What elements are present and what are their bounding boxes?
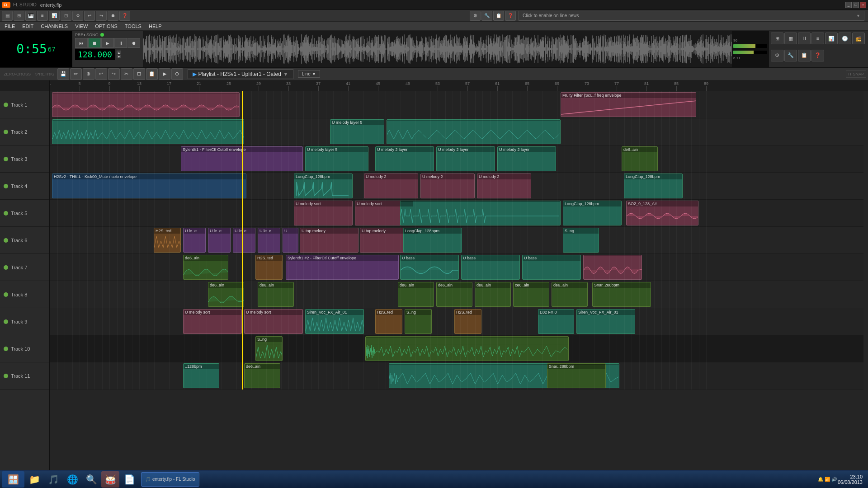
- clip-t1-fruity-filter[interactable]: Fruity Filter (Scr...f freq envelope: [561, 92, 696, 117]
- snap-ctrl[interactable]: ⊙: [171, 68, 183, 80]
- plugin-panel-btn[interactable]: 📊: [825, 33, 838, 44]
- plugin-picker[interactable]: 📊: [49, 11, 60, 21]
- line-mode-selector[interactable]: Line ▼: [298, 70, 321, 78]
- step-seq-button[interactable]: ⊞: [14, 11, 24, 21]
- automation-button[interactable]: ⚙: [72, 11, 83, 21]
- track-1-mute[interactable]: [4, 103, 8, 107]
- edit-ctrl[interactable]: ✏: [70, 68, 82, 80]
- clip-t6-sng[interactable]: S..ng: [563, 228, 599, 253]
- track-10-mute[interactable]: [4, 347, 8, 351]
- track-11-mute[interactable]: [4, 374, 8, 378]
- clip-t11-snar[interactable]: Snar..288bpm: [547, 363, 606, 388]
- save-ctrl[interactable]: 💾: [57, 68, 69, 80]
- clip-t9-h2sted1[interactable]: H2S..ted: [375, 309, 402, 334]
- clip-t3-melody5[interactable]: U melody layer 5: [305, 146, 368, 171]
- clip-t3-de6[interactable]: de6..ain: [622, 146, 658, 171]
- taskbar-file[interactable]: 📄: [120, 471, 138, 488]
- transport-play[interactable]: ▶: [101, 38, 114, 48]
- clip-t4-longclap1[interactable]: LongClap_128bpm: [294, 174, 353, 198]
- clip-t4-m2-1[interactable]: U melody 2: [364, 174, 418, 198]
- menu-channels[interactable]: CHANNELS: [37, 23, 71, 30]
- transport-record[interactable]: ⏺: [127, 38, 140, 48]
- redo-ctrl[interactable]: ↪: [108, 68, 120, 80]
- history-button[interactable]: ↩: [84, 11, 95, 21]
- clip-t8-de6-6[interactable]: de6..ain: [552, 282, 588, 307]
- clip-t5-longclap[interactable]: LongClap_128bpm: [563, 201, 622, 225]
- taskbar-search[interactable]: 🔍: [82, 471, 100, 488]
- clip-t6-ule5[interactable]: U: [283, 228, 298, 253]
- browser-panel-btn[interactable]: ≡: [811, 33, 824, 44]
- clip-t9-sng[interactable]: S..ng: [405, 309, 432, 334]
- track-8-mute[interactable]: [4, 292, 8, 297]
- playlist-dropdown-icon[interactable]: ▼: [283, 71, 288, 77]
- question-panel-btn[interactable]: ❓: [811, 50, 824, 61]
- question-icon[interactable]: ❓: [505, 11, 516, 21]
- clip-t8-de6-2[interactable]: de6..ain: [258, 282, 294, 307]
- clipboard-icon[interactable]: 📋: [493, 11, 504, 21]
- record-button[interactable]: ⏺: [108, 11, 118, 21]
- clip-t1-1[interactable]: [52, 92, 240, 117]
- clip-t3-m2l-2[interactable]: U melody 2 layer: [436, 146, 495, 171]
- clip-t8-ce6[interactable]: ce6..ain: [513, 282, 549, 307]
- clip-t4-longclap2[interactable]: LongClap_128bpm: [624, 174, 683, 198]
- paste-ctrl[interactable]: 📋: [146, 68, 158, 80]
- timeline-ruler[interactable]: 1591317212529333741454953576165697377818…: [50, 80, 868, 91]
- clip-t2-3[interactable]: [387, 119, 561, 144]
- menu-options[interactable]: OPTIONS: [91, 23, 121, 30]
- clip-t6-ule1[interactable]: U le..e: [183, 228, 206, 253]
- clip-t7-ubass1[interactable]: U bass: [400, 255, 459, 280]
- step-seq-panel-btn[interactable]: ▦: [784, 33, 797, 44]
- track-9-mute[interactable]: [4, 319, 8, 324]
- clip-t11-de6[interactable]: de6..ain: [244, 363, 280, 388]
- menu-help[interactable]: HELP: [145, 23, 165, 30]
- clip-t9-h2sted2[interactable]: H2S..ted: [454, 309, 481, 334]
- clip-t7-ubass3[interactable]: U bass: [522, 255, 581, 280]
- clip-t9-ms1[interactable]: U melody sort: [183, 309, 242, 334]
- clip-t8-de6-4[interactable]: de6..ain: [436, 282, 472, 307]
- clip-t2-melody5[interactable]: U melody layer 5: [330, 119, 384, 144]
- clip-t7-de6[interactable]: de6..ain: [183, 255, 228, 280]
- clip-t2-1[interactable]: [52, 119, 244, 144]
- clip-t5-pattern[interactable]: [400, 201, 561, 225]
- clip-t7-extra[interactable]: [583, 255, 642, 280]
- taskbar-explorer[interactable]: 📁: [25, 471, 43, 488]
- piano-roll-button[interactable]: 🎹: [25, 11, 36, 21]
- taskbar-browser[interactable]: 🌐: [63, 471, 81, 488]
- copy-ctrl[interactable]: ⊡: [133, 68, 145, 80]
- menu-tools[interactable]: TOOLS: [121, 23, 145, 30]
- clip-t6-ule4[interactable]: U le..e: [258, 228, 280, 253]
- clip-t10-big[interactable]: [365, 336, 569, 361]
- news-ticker[interactable]: Click to enable on-line news ▼: [519, 11, 864, 21]
- clip-t7-h2sted[interactable]: H2S..ted: [255, 255, 283, 280]
- cpu-panel-btn[interactable]: ⚙: [771, 50, 783, 61]
- settings-panel-btn[interactable]: 🔧: [784, 50, 797, 61]
- clip-t9-siren[interactable]: Siren_Voc_FX_Air_01: [305, 309, 364, 334]
- clip-t4-m2-2[interactable]: U melody 2: [420, 174, 475, 198]
- clip-t9-e02[interactable]: E02 FX 0: [538, 309, 574, 334]
- cut-ctrl[interactable]: ✂: [121, 68, 132, 80]
- menu-view[interactable]: VIEW: [71, 23, 91, 30]
- track-2-mute[interactable]: [4, 130, 8, 134]
- pattern-button[interactable]: ⊡: [61, 11, 71, 21]
- clip-t6-h2sted[interactable]: H2S..ted: [154, 228, 181, 253]
- minimize-button[interactable]: _: [845, 2, 852, 8]
- start-button[interactable]: 🪟: [2, 471, 24, 488]
- bpm-arrows[interactable]: ▲ ▼: [117, 51, 121, 58]
- close-button[interactable]: ×: [860, 2, 866, 8]
- settings-icon[interactable]: ⚙: [470, 11, 481, 21]
- help-button[interactable]: ❓: [119, 11, 130, 21]
- clip-t6-ule2[interactable]: U le..e: [208, 228, 231, 253]
- taskbar-clock[interactable]: 23:10 06/08/2013: [838, 474, 866, 485]
- clip-t10-sng[interactable]: S..ng: [255, 336, 283, 361]
- clip-t5-so2[interactable]: SO2_9_128_A#: [626, 201, 698, 225]
- track-6-mute[interactable]: [4, 238, 8, 243]
- play-ctrl[interactable]: ▶: [159, 68, 170, 80]
- transport-pause[interactable]: ⏸: [114, 38, 127, 48]
- bpm-down[interactable]: ▼: [117, 55, 121, 58]
- maximize-button[interactable]: □: [853, 2, 859, 8]
- clip-t3-m2l-1[interactable]: U melody 2 layer: [375, 146, 434, 171]
- clip-t5-ms1[interactable]: U melody sort: [294, 201, 353, 225]
- taskbar-drums[interactable]: 🥁: [101, 471, 119, 488]
- zoom-ctrl[interactable]: ⊕: [83, 68, 94, 80]
- clip-t6-longclap[interactable]: LongClap_128bpm: [403, 228, 462, 253]
